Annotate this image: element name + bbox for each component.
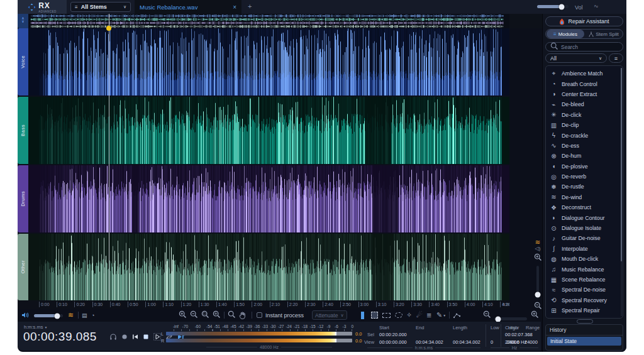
new-tab-button[interactable]: + xyxy=(248,3,252,10)
search-placeholder: Search xyxy=(561,44,578,50)
volume-slider[interactable] xyxy=(537,5,569,8)
magic-wand-tool[interactable]: ✧ xyxy=(406,310,412,320)
module-item-spectral-recovery[interactable]: ⟲Spectral Recovery xyxy=(550,295,623,305)
module-item-de-crackle[interactable]: ϟDe-crackle xyxy=(550,130,623,140)
module-item-spectral-repair[interactable]: ⊞Spectral Repair xyxy=(550,305,623,315)
overview-collapse-tab[interactable]: ∧ ∨ xyxy=(18,14,28,28)
module-item-de-clip[interactable]: ▥De-clip xyxy=(550,120,623,130)
module-item-de-rustle[interactable]: ❅De-rustle xyxy=(550,182,623,192)
waveform-spectrogram-blend-icon[interactable]: ≋ xyxy=(68,310,74,320)
module-item-de-hum[interactable]: ⊗De-hum xyxy=(550,151,623,161)
harmonic-lines-tool[interactable]: ≣ xyxy=(426,310,431,320)
playhead-line[interactable] xyxy=(109,28,109,300)
frequency-selection-tool[interactable] xyxy=(382,310,391,320)
module-item-ambience-match[interactable]: ⌖Ambience Match xyxy=(550,68,623,79)
tab-modules[interactable]: ≡ Modules xyxy=(547,30,584,38)
spectrogram-other[interactable] xyxy=(28,234,509,300)
ruler-tick: 2:00 xyxy=(252,302,262,307)
ruler-tick: 1:20 xyxy=(181,302,192,307)
stems-view-dropdown[interactable]: ≡ All Stems ∨ xyxy=(70,2,131,12)
scrollbar-thumb[interactable] xyxy=(621,68,622,261)
chevron-down-icon: ∨ xyxy=(123,4,126,9)
panel-resize-handle[interactable] xyxy=(577,319,593,324)
record-button[interactable] xyxy=(121,334,128,340)
spectrogram-blend-icon[interactable]: ≋ xyxy=(533,239,542,246)
spectrogram-voice[interactable] xyxy=(28,28,509,96)
module-list-menu-button[interactable]: ≡ xyxy=(609,53,623,63)
vertical-zoom-knob[interactable] xyxy=(535,292,541,298)
module-item-breath-control[interactable]: ◔Breath Control xyxy=(550,79,623,89)
zoom-selection-button[interactable] xyxy=(201,310,209,320)
tab-close-icon[interactable]: × xyxy=(233,4,236,11)
monitor-volume-knob[interactable] xyxy=(54,313,60,319)
playhead-marker[interactable] xyxy=(106,26,111,31)
module-item-spectral-de-noise[interactable]: ≈Spectral De-noise xyxy=(550,285,623,295)
play-button[interactable] xyxy=(153,333,161,341)
monitor-speaker-icon[interactable] xyxy=(21,310,29,320)
vertical-zoom-out-icon[interactable] xyxy=(533,301,542,312)
module-item-de-wind[interactable]: ≋De-wind xyxy=(550,192,623,202)
instant-process-checkbox[interactable] xyxy=(257,310,262,320)
time-ruler[interactable]: 0:000:100:200:300:400:501:001:101:201:30… xyxy=(28,300,509,309)
module-item-interpolate[interactable]: ∫Interpolate xyxy=(550,244,623,254)
spectrogram-bass[interactable] xyxy=(28,97,509,164)
history-item-initial-state[interactable]: Initial State xyxy=(547,337,621,346)
low-value: 0 xyxy=(491,339,493,345)
module-item-de-reverb[interactable]: ◎De-reverb xyxy=(550,172,623,182)
module-item-de-click[interactable]: ✳De-click xyxy=(550,110,623,120)
time-readout-icon[interactable]: ◔ xyxy=(91,310,94,320)
return-to-start-button[interactable] xyxy=(132,334,138,340)
module-item-dialogue-contour[interactable]: ◗Dialogue Contour xyxy=(550,212,623,222)
tab-stem-split[interactable]: Stem Split xyxy=(585,31,623,37)
module-item-dialogue-isolate[interactable]: ⊙Dialogue Isolate xyxy=(550,223,623,233)
monitor-headphones-icon[interactable] xyxy=(109,333,117,341)
clipboard-info-icon[interactable]: ▤ xyxy=(82,310,87,320)
horizontal-zoom-slider[interactable] xyxy=(494,317,527,320)
bottom-toolbar: ≋ ▤ ◔ Instant process Attenuate ∨ ✧ ☄ ≣ … xyxy=(18,309,541,322)
stem-tab-voice[interactable]: Voice xyxy=(18,28,28,96)
status-header-end: End xyxy=(416,325,424,330)
module-icon: ⌁ xyxy=(550,101,558,108)
time-selection-tool[interactable] xyxy=(361,310,364,320)
speaker-small-icon[interactable]: ◁) xyxy=(533,246,542,251)
overview-minimap[interactable] xyxy=(28,14,509,28)
stem-tab-other[interactable]: Other xyxy=(18,234,28,300)
time-frequency-selection-tool[interactable] xyxy=(371,310,378,320)
zoom-in-button[interactable] xyxy=(179,310,187,320)
stem-tab-drums[interactable]: Drums xyxy=(18,165,28,232)
vertical-zoom-slider[interactable] xyxy=(536,266,539,298)
module-item-de-bleed[interactable]: ⌁De-bleed xyxy=(550,99,623,109)
module-item-music-rebalance[interactable]: ♫Music Rebalance xyxy=(550,264,623,274)
horizontal-zoom-knob[interactable] xyxy=(496,316,501,322)
spectrogram-drums[interactable] xyxy=(28,165,509,232)
time-format-selector[interactable]: h:m:s.ms ▼ xyxy=(24,324,47,330)
attenuate-dropdown[interactable]: Attenuate ∨ xyxy=(312,310,347,320)
module-item-deconstruct[interactable]: ❖Deconstruct xyxy=(550,202,623,212)
module-list-scrollbar[interactable] xyxy=(621,68,622,316)
monitor-volume-slider[interactable] xyxy=(34,314,63,317)
stem-tab-bass[interactable]: Bass xyxy=(18,97,28,164)
volume-slider-knob[interactable] xyxy=(559,4,565,9)
module-item-center-extract[interactable]: ◑Center Extract xyxy=(550,89,623,99)
hand-tool[interactable] xyxy=(239,310,246,320)
module-filter-select[interactable]: All ∨ xyxy=(545,53,607,63)
vertical-zoom-in-icon[interactable] xyxy=(533,253,542,264)
repair-assistant-button[interactable]: Repair Assistant xyxy=(545,16,623,26)
module-item-mouth-de-click[interactable]: ◍Mouth De-click xyxy=(550,254,623,264)
zoom-fit-button[interactable] xyxy=(213,310,221,320)
module-item-guitar-de-noise[interactable]: ♪Guitar De-noise xyxy=(550,233,623,243)
wand-pointer-tool[interactable]: ☄ xyxy=(416,310,423,320)
curve-node-tool[interactable] xyxy=(453,310,461,320)
zoom-out-button[interactable] xyxy=(190,310,198,320)
file-tab[interactable]: Music Rebalance.wav × xyxy=(135,0,242,14)
magnify-tool[interactable] xyxy=(228,310,236,320)
repair-assistant-label: Repair Assistant xyxy=(568,18,609,25)
horizontal-zoom-out-icon[interactable] xyxy=(483,310,491,320)
module-item-scene-rebalance[interactable]: ▦Scene Rebalance xyxy=(550,275,623,285)
brush-tool[interactable]: ✎▼ xyxy=(436,310,446,320)
module-item-de-ess[interactable]: ∿De-ess xyxy=(550,141,623,151)
module-item-de-plosive[interactable]: ◖De-plosive xyxy=(550,161,623,172)
lasso-selection-tool[interactable] xyxy=(395,310,402,320)
stop-button[interactable] xyxy=(143,334,149,340)
module-search-input[interactable]: Search xyxy=(545,42,623,52)
